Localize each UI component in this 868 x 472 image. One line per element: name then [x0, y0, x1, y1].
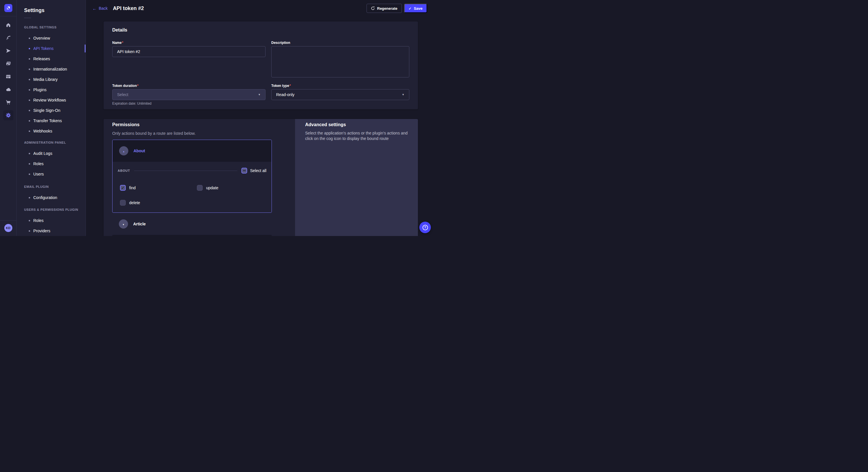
token-duration-field: Token duration Select ▼ Expiration date:…	[112, 83, 266, 105]
next-accordion-edge	[112, 235, 272, 236]
perm-item-update: update	[197, 185, 267, 191]
expiration-hint: Expiration date: Unlimited	[112, 102, 266, 105]
sidebar-divider	[24, 18, 31, 18]
delete-checkbox[interactable]	[120, 200, 126, 206]
permissions-heading: Permissions	[112, 122, 286, 128]
accordion-article-title: Article	[133, 222, 146, 226]
sidebar-item-webhooks[interactable]: Webhooks	[24, 126, 86, 136]
chevron-down-icon: ▼	[258, 93, 260, 96]
bullet-icon	[29, 48, 30, 49]
bullet-icon	[29, 100, 30, 101]
sidebar-item-plugins[interactable]: Plugins	[24, 85, 86, 95]
expand-button[interactable]	[119, 220, 128, 229]
sidebar-item-transfer-tokens[interactable]: Transfer Tokens	[24, 115, 86, 126]
strapi-logo-icon[interactable]	[4, 4, 12, 12]
update-checkbox[interactable]	[197, 185, 203, 191]
permissions-panel: Permissions Only actions bound by a rout…	[104, 119, 295, 236]
accordion-article-header[interactable]: Article	[112, 213, 272, 235]
help-button[interactable]: ?	[420, 222, 431, 233]
bullet-icon	[29, 173, 30, 175]
advanced-settings-body: Select the application's actions or the …	[305, 131, 408, 141]
home-icon[interactable]	[3, 20, 13, 30]
sidebar-item-review-workflows[interactable]: Review Workflows	[24, 95, 86, 105]
bullet-icon	[29, 230, 30, 232]
topbar-actions: Regenerate Save	[367, 4, 427, 13]
action-grid: find update delete	[118, 185, 267, 206]
details-grid: Name Description Token duration Select ▼	[112, 40, 409, 105]
sidebar-item-providers[interactable]: Providers	[24, 226, 86, 236]
back-link[interactable]: ← Back	[92, 6, 107, 11]
bullet-icon	[29, 163, 30, 165]
cloud-icon[interactable]	[3, 84, 13, 95]
sidebar-item-audit-logs[interactable]: Audit Logs	[24, 148, 86, 159]
permissions-card: Permissions Only actions bound by a rout…	[104, 119, 418, 236]
sidebar-item-users[interactable]: Users	[24, 169, 86, 179]
accordion-about-title: About	[133, 148, 145, 153]
sidebar-item-up-roles[interactable]: Roles	[24, 215, 86, 226]
settings-sidebar: Settings Global Settings Overview API To…	[17, 0, 86, 236]
sidebar-item-api-tokens[interactable]: API Tokens	[24, 43, 86, 54]
perm-item-find: find	[120, 185, 197, 191]
description-field: Description	[271, 40, 409, 78]
accordion-group: About ABOUT Select all	[112, 140, 272, 236]
bullet-icon	[29, 38, 30, 39]
refresh-icon	[371, 6, 375, 10]
select-all-checkbox[interactable]	[241, 168, 247, 173]
group-divider	[134, 171, 237, 171]
sidebar-item-single-sign-on[interactable]: Single Sign-On	[24, 105, 86, 115]
sidebar-item-internationalization[interactable]: Internationalization	[24, 64, 86, 74]
sidebar-item-media-library[interactable]: Media Library	[24, 74, 86, 85]
nav-group-admin: Audit Logs Roles Users	[24, 148, 86, 179]
avatar[interactable]: KD	[4, 224, 12, 232]
bullet-icon	[29, 89, 30, 91]
sidebar-item-admin-roles[interactable]: Roles	[24, 159, 86, 169]
sidebar-item-configuration[interactable]: Configuration	[24, 193, 86, 203]
sidebar-item-releases[interactable]: Releases	[24, 54, 86, 64]
bullet-icon	[29, 58, 30, 60]
cart-icon[interactable]	[3, 97, 13, 107]
send-icon[interactable]	[3, 45, 13, 56]
images-icon[interactable]	[3, 59, 13, 69]
token-duration-value: Select	[117, 92, 128, 97]
accordion-about: About ABOUT Select all	[112, 140, 272, 213]
nav-group-global: Overview API Tokens Releases Internation…	[24, 33, 86, 136]
icon-rail: KD	[0, 0, 17, 236]
sidebar-title: Settings	[24, 7, 86, 14]
token-duration-select[interactable]: Select ▼	[112, 89, 266, 100]
chevron-up-icon	[123, 148, 125, 154]
feather-icon[interactable]	[3, 33, 13, 43]
token-duration-label: Token duration	[112, 83, 266, 88]
section-administration-panel: Administration Panel	[24, 140, 86, 145]
bullet-icon	[29, 79, 30, 80]
regenerate-button[interactable]: Regenerate	[367, 4, 402, 13]
token-type-label: Token type	[271, 83, 409, 88]
name-label: Name	[112, 40, 266, 45]
gear-icon[interactable]	[3, 110, 13, 121]
name-input[interactable]	[112, 46, 266, 57]
advanced-settings-heading: Advanced settings	[305, 122, 408, 128]
check-icon	[409, 6, 412, 11]
description-label: Description	[271, 40, 409, 45]
find-checkbox[interactable]	[120, 185, 126, 191]
section-email-plugin: Email Plugin	[24, 184, 86, 189]
rail-bottom: KD	[0, 220, 17, 236]
permissions-subtitle: Only actions bound by a route are listed…	[112, 131, 286, 136]
save-button[interactable]: Save	[404, 4, 427, 13]
app-window: KD Settings Global Settings Overview API…	[0, 0, 434, 236]
bullet-icon	[29, 197, 30, 198]
select-all-label: Select all	[250, 168, 267, 173]
collapse-button[interactable]	[119, 146, 128, 156]
about-group-row: ABOUT Select all	[118, 162, 267, 179]
token-type-value: Read-only	[276, 92, 294, 97]
back-arrow-icon: ←	[92, 6, 97, 11]
sidebar-item-overview[interactable]: Overview	[24, 33, 86, 43]
accordion-about-header[interactable]: About	[113, 140, 272, 162]
token-type-field: Token type Read-only ▼	[271, 83, 409, 105]
bullet-icon	[29, 110, 30, 111]
section-users-permissions-plugin: Users & Permissions plugin	[24, 207, 86, 212]
rail-nav	[0, 16, 17, 220]
description-input[interactable]	[271, 46, 409, 77]
layout-icon[interactable]	[3, 71, 13, 82]
page-title: API token #2	[113, 5, 144, 11]
token-type-select[interactable]: Read-only ▼	[271, 89, 409, 100]
